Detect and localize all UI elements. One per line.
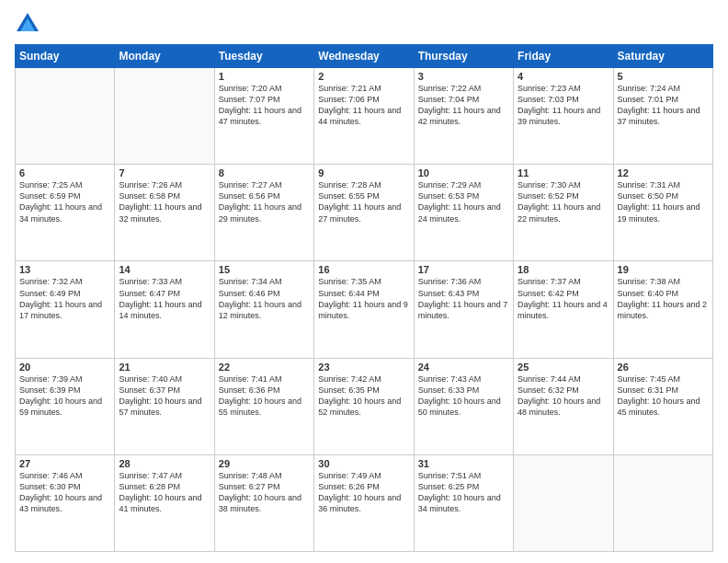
calendar-cell: 4Sunrise: 7:23 AM Sunset: 7:03 PM Daylig…	[514, 68, 613, 165]
cell-info: Sunrise: 7:30 AM Sunset: 6:52 PM Dayligh…	[518, 179, 609, 224]
day-number: 10	[418, 167, 509, 178]
day-number: 1	[219, 71, 310, 82]
cell-info: Sunrise: 7:37 AM Sunset: 6:42 PM Dayligh…	[518, 276, 609, 321]
cell-info: Sunrise: 7:43 AM Sunset: 6:33 PM Dayligh…	[418, 373, 509, 419]
calendar-cell: 19Sunrise: 7:38 AM Sunset: 6:40 PM Dayli…	[613, 261, 712, 358]
page: SundayMondayTuesdayWednesdayThursdayFrid…	[0, 0, 728, 563]
calendar-cell: 9Sunrise: 7:28 AM Sunset: 6:55 PM Daylig…	[314, 165, 414, 261]
calendar-cell: 11Sunrise: 7:30 AM Sunset: 6:52 PM Dayli…	[514, 165, 613, 261]
day-number: 5	[618, 71, 709, 82]
calendar-cell: 20Sunrise: 7:39 AM Sunset: 6:39 PM Dayli…	[16, 358, 115, 454]
day-number: 25	[518, 362, 609, 373]
calendar-cell: 6Sunrise: 7:25 AM Sunset: 6:59 PM Daylig…	[16, 165, 115, 261]
calendar-cell: 7Sunrise: 7:26 AM Sunset: 6:58 PM Daylig…	[115, 165, 214, 261]
cell-info: Sunrise: 7:28 AM Sunset: 6:55 PM Dayligh…	[318, 179, 409, 224]
calendar-cell: 3Sunrise: 7:22 AM Sunset: 7:04 PM Daylig…	[414, 68, 513, 165]
cell-info: Sunrise: 7:49 AM Sunset: 6:26 PM Dayligh…	[318, 470, 409, 515]
calendar-cell: 18Sunrise: 7:37 AM Sunset: 6:42 PM Dayli…	[514, 261, 613, 358]
cell-info: Sunrise: 7:22 AM Sunset: 7:04 PM Dayligh…	[418, 83, 509, 128]
cell-info: Sunrise: 7:40 AM Sunset: 6:37 PM Dayligh…	[119, 373, 210, 419]
logo-icon	[15, 11, 40, 37]
calendar-cell	[16, 68, 115, 165]
calendar-cell: 10Sunrise: 7:29 AM Sunset: 6:53 PM Dayli…	[414, 165, 513, 261]
calendar-header-sunday: Sunday	[16, 45, 115, 68]
calendar-cell: 8Sunrise: 7:27 AM Sunset: 6:56 PM Daylig…	[214, 165, 313, 261]
day-number: 30	[318, 458, 409, 469]
cell-info: Sunrise: 7:36 AM Sunset: 6:43 PM Dayligh…	[418, 276, 509, 321]
day-number: 19	[618, 264, 709, 275]
calendar-cell: 2Sunrise: 7:21 AM Sunset: 7:06 PM Daylig…	[314, 68, 414, 165]
calendar-week-4: 20Sunrise: 7:39 AM Sunset: 6:39 PM Dayli…	[16, 358, 713, 454]
calendar-cell: 31Sunrise: 7:51 AM Sunset: 6:25 PM Dayli…	[414, 454, 513, 551]
day-number: 15	[219, 264, 310, 275]
cell-info: Sunrise: 7:46 AM Sunset: 6:30 PM Dayligh…	[19, 470, 110, 515]
calendar-header-row: SundayMondayTuesdayWednesdayThursdayFrid…	[16, 45, 713, 68]
calendar-week-2: 6Sunrise: 7:25 AM Sunset: 6:59 PM Daylig…	[16, 165, 713, 261]
calendar-cell	[514, 454, 613, 551]
cell-info: Sunrise: 7:48 AM Sunset: 6:27 PM Dayligh…	[219, 470, 310, 515]
day-number: 21	[119, 362, 210, 373]
cell-info: Sunrise: 7:23 AM Sunset: 7:03 PM Dayligh…	[518, 83, 609, 128]
calendar-cell: 5Sunrise: 7:24 AM Sunset: 7:01 PM Daylig…	[613, 68, 712, 165]
cell-info: Sunrise: 7:21 AM Sunset: 7:06 PM Dayligh…	[318, 83, 409, 128]
day-number: 29	[219, 458, 310, 469]
cell-info: Sunrise: 7:27 AM Sunset: 6:56 PM Dayligh…	[219, 179, 310, 224]
day-number: 9	[318, 167, 409, 178]
calendar-cell: 25Sunrise: 7:44 AM Sunset: 6:32 PM Dayli…	[514, 358, 613, 454]
day-number: 7	[119, 167, 210, 178]
cell-info: Sunrise: 7:41 AM Sunset: 6:36 PM Dayligh…	[219, 373, 310, 419]
cell-info: Sunrise: 7:34 AM Sunset: 6:46 PM Dayligh…	[219, 276, 310, 321]
cell-info: Sunrise: 7:45 AM Sunset: 6:31 PM Dayligh…	[618, 373, 709, 419]
logo	[15, 11, 42, 37]
calendar-cell: 17Sunrise: 7:36 AM Sunset: 6:43 PM Dayli…	[414, 261, 513, 358]
calendar-cell: 16Sunrise: 7:35 AM Sunset: 6:44 PM Dayli…	[314, 261, 414, 358]
cell-info: Sunrise: 7:39 AM Sunset: 6:39 PM Dayligh…	[19, 373, 110, 419]
day-number: 2	[318, 71, 409, 82]
calendar-week-3: 13Sunrise: 7:32 AM Sunset: 6:49 PM Dayli…	[16, 261, 713, 358]
cell-info: Sunrise: 7:38 AM Sunset: 6:40 PM Dayligh…	[618, 276, 709, 321]
calendar-cell: 28Sunrise: 7:47 AM Sunset: 6:28 PM Dayli…	[115, 454, 214, 551]
cell-info: Sunrise: 7:31 AM Sunset: 6:50 PM Dayligh…	[618, 179, 709, 224]
calendar-header-thursday: Thursday	[414, 45, 513, 68]
day-number: 22	[219, 362, 310, 373]
cell-info: Sunrise: 7:24 AM Sunset: 7:01 PM Dayligh…	[618, 83, 709, 128]
day-number: 4	[518, 71, 609, 82]
calendar-cell: 22Sunrise: 7:41 AM Sunset: 6:36 PM Dayli…	[214, 358, 313, 454]
cell-info: Sunrise: 7:29 AM Sunset: 6:53 PM Dayligh…	[418, 179, 509, 224]
header	[15, 11, 713, 37]
cell-info: Sunrise: 7:25 AM Sunset: 6:59 PM Dayligh…	[19, 179, 110, 224]
calendar-cell: 30Sunrise: 7:49 AM Sunset: 6:26 PM Dayli…	[314, 454, 414, 551]
day-number: 6	[19, 167, 110, 178]
day-number: 18	[518, 264, 609, 275]
cell-info: Sunrise: 7:35 AM Sunset: 6:44 PM Dayligh…	[318, 276, 409, 321]
calendar-cell: 29Sunrise: 7:48 AM Sunset: 6:27 PM Dayli…	[214, 454, 313, 551]
calendar-cell: 13Sunrise: 7:32 AM Sunset: 6:49 PM Dayli…	[16, 261, 115, 358]
day-number: 13	[19, 264, 110, 275]
calendar-header-friday: Friday	[514, 45, 613, 68]
calendar-cell: 15Sunrise: 7:34 AM Sunset: 6:46 PM Dayli…	[214, 261, 313, 358]
calendar-table: SundayMondayTuesdayWednesdayThursdayFrid…	[15, 44, 713, 552]
calendar-cell: 21Sunrise: 7:40 AM Sunset: 6:37 PM Dayli…	[115, 358, 214, 454]
calendar-cell: 14Sunrise: 7:33 AM Sunset: 6:47 PM Dayli…	[115, 261, 214, 358]
calendar-cell: 23Sunrise: 7:42 AM Sunset: 6:35 PM Dayli…	[314, 358, 414, 454]
day-number: 11	[518, 167, 609, 178]
cell-info: Sunrise: 7:32 AM Sunset: 6:49 PM Dayligh…	[19, 276, 110, 321]
cell-info: Sunrise: 7:20 AM Sunset: 7:07 PM Dayligh…	[219, 83, 310, 128]
day-number: 23	[318, 362, 409, 373]
calendar-cell: 27Sunrise: 7:46 AM Sunset: 6:30 PM Dayli…	[16, 454, 115, 551]
calendar-header-wednesday: Wednesday	[314, 45, 414, 68]
day-number: 3	[418, 71, 509, 82]
calendar-cell: 12Sunrise: 7:31 AM Sunset: 6:50 PM Dayli…	[613, 165, 712, 261]
cell-info: Sunrise: 7:51 AM Sunset: 6:25 PM Dayligh…	[418, 470, 509, 515]
day-number: 14	[119, 264, 210, 275]
calendar-week-1: 1Sunrise: 7:20 AM Sunset: 7:07 PM Daylig…	[16, 68, 713, 165]
calendar-header-monday: Monday	[115, 45, 214, 68]
day-number: 26	[618, 362, 709, 373]
cell-info: Sunrise: 7:33 AM Sunset: 6:47 PM Dayligh…	[119, 276, 210, 321]
day-number: 8	[219, 167, 310, 178]
day-number: 31	[418, 458, 509, 469]
day-number: 28	[119, 458, 210, 469]
calendar-header-tuesday: Tuesday	[214, 45, 313, 68]
day-number: 12	[618, 167, 709, 178]
calendar-cell	[613, 454, 712, 551]
